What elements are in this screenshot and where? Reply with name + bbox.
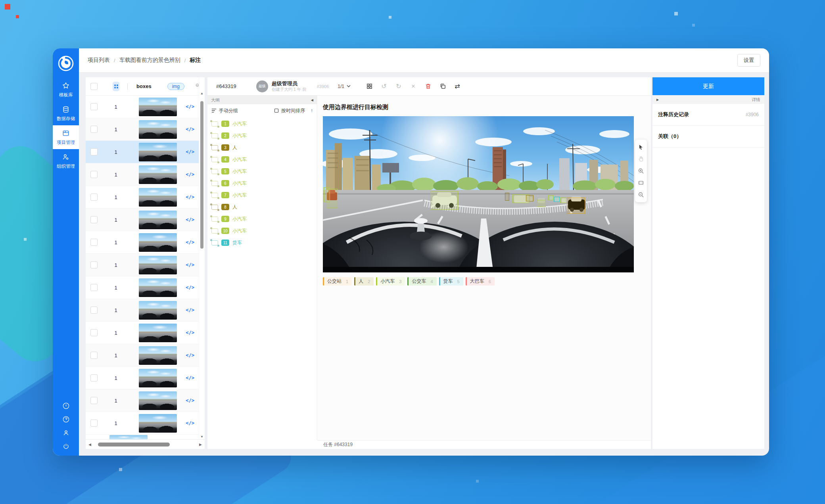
select-all-checkbox[interactable] (90, 83, 98, 90)
thumbnail[interactable] (139, 278, 177, 297)
code-icon[interactable]: </> (186, 217, 194, 222)
annotation-list-item[interactable]: 6 小汽车 (207, 177, 317, 189)
row-checkbox[interactable] (90, 148, 98, 155)
code-icon[interactable]: </> (186, 420, 194, 426)
grid-view-icon[interactable] (113, 82, 119, 91)
bounding-box[interactable] (567, 197, 585, 214)
bounding-box[interactable] (554, 197, 560, 202)
update-button[interactable]: 更新 (652, 77, 764, 95)
annotation-list-item[interactable]: 5 小汽车 (207, 165, 317, 177)
bounding-box[interactable] (560, 197, 566, 203)
pan-hand-icon[interactable] (635, 153, 647, 165)
row-checkbox[interactable] (90, 284, 98, 291)
scroll-right-icon[interactable]: ▶ (198, 443, 203, 447)
label-chip[interactable]: 货车 5 (439, 277, 463, 286)
file-row[interactable]: 1 </> (86, 389, 199, 412)
settings-button[interactable]: 设置 (737, 54, 760, 67)
annotation-list-item[interactable]: 9 小汽车 (207, 213, 317, 225)
scrollbar-track[interactable] (92, 443, 198, 447)
bounding-box[interactable] (430, 191, 458, 210)
user-icon[interactable] (62, 429, 70, 437)
file-row[interactable]: 1 </> (86, 231, 199, 254)
sort-direction-icon[interactable]: ↑ (311, 108, 313, 113)
scroll-up-icon[interactable]: ▲ (199, 92, 205, 95)
row-checkbox[interactable] (90, 307, 98, 314)
file-row[interactable]: 1 </> (86, 163, 199, 186)
row-checkbox[interactable] (90, 352, 98, 359)
label-chip[interactable]: 小汽车 3 (376, 277, 405, 286)
scroll-down-icon[interactable]: ▼ (199, 435, 205, 439)
thumbnail[interactable] (139, 98, 177, 116)
horizontal-scrollbar[interactable]: ◀ ▶ (86, 439, 205, 449)
row-checkbox[interactable] (90, 216, 98, 223)
collapse-right-icon[interactable]: ▶ (656, 98, 659, 102)
file-row[interactable]: 1 </> (86, 141, 199, 163)
sidebar-item-projects[interactable]: 项目管理 (53, 125, 79, 149)
collapse-left-icon[interactable]: ◀ (311, 98, 313, 102)
file-row[interactable]: 1 </> (86, 186, 199, 209)
file-row[interactable]: 1 </> (86, 96, 199, 118)
code-icon[interactable]: </> (186, 375, 194, 381)
thumbnail[interactable] (139, 120, 177, 139)
help-icon[interactable] (62, 416, 70, 423)
annotation-history-row[interactable]: 注释历史记录 #3906 (652, 104, 764, 126)
thumbnail[interactable] (139, 211, 177, 229)
row-checkbox[interactable] (90, 194, 98, 201)
sort-by-control[interactable]: 按时间排序 (274, 107, 305, 114)
row-checkbox[interactable] (90, 261, 98, 268)
annotation-image[interactable] (323, 116, 634, 272)
code-icon[interactable]: </> (186, 285, 194, 290)
label-chip[interactable]: 公交站 1 (323, 277, 352, 286)
bounding-box[interactable] (526, 195, 533, 201)
row-checkbox[interactable] (90, 397, 98, 404)
copy-icon[interactable] (438, 82, 447, 91)
file-row[interactable]: 1 </> (86, 322, 199, 344)
label-chip[interactable]: 大巴车 6 (466, 277, 495, 286)
thumbnail[interactable] (139, 143, 177, 161)
sidebar-item-organization[interactable]: 组织管理 (53, 149, 79, 173)
scrollbar-thumb[interactable] (98, 443, 170, 447)
code-icon[interactable]: </> (186, 262, 194, 268)
file-row[interactable]: 1 </> (86, 299, 199, 322)
annotation-list-item[interactable]: 11 货车 (207, 237, 317, 249)
row-checkbox[interactable] (90, 103, 98, 110)
thumbnail[interactable] (139, 414, 177, 433)
file-row[interactable]: 1 </> (86, 367, 199, 389)
annotation-list-item[interactable]: 4 小汽车 (207, 153, 317, 165)
thumbnail[interactable] (139, 301, 177, 320)
grid-view-icon[interactable] (365, 82, 374, 91)
file-row[interactable]: 1 </> (86, 412, 199, 435)
swap-icon[interactable]: ⇄ (453, 82, 462, 91)
thumbnail[interactable] (139, 369, 177, 387)
row-checkbox[interactable] (90, 374, 98, 381)
label-chip[interactable]: 公交车 4 (407, 277, 436, 286)
annotation-list-item[interactable]: 10 小汽车 (207, 225, 317, 237)
bounding-box[interactable] (537, 200, 546, 207)
row-checkbox[interactable] (90, 239, 98, 246)
file-row[interactable]: 1 </> (86, 118, 199, 141)
row-checkbox[interactable] (90, 329, 98, 336)
vertical-scrollbar[interactable]: ▲ ▼ (199, 77, 205, 439)
thumbnail[interactable] (139, 233, 177, 252)
file-row[interactable]: 1 </> (86, 344, 199, 367)
thumbnail[interactable] (139, 165, 177, 184)
annotation-list-item[interactable]: 2 小汽车 (207, 130, 317, 142)
scrollbar-thumb[interactable] (200, 101, 203, 249)
annotation-pager[interactable]: 1/1 (338, 84, 351, 89)
delete-icon[interactable] (424, 82, 432, 91)
bounding-box[interactable] (548, 195, 553, 200)
code-icon[interactable]: </> (186, 240, 194, 245)
code-icon[interactable]: </> (186, 126, 194, 132)
file-row[interactable]: 1 </> (86, 276, 199, 299)
thumbnail[interactable] (139, 256, 177, 274)
thumbnail[interactable] (139, 346, 177, 365)
scroll-left-icon[interactable]: ◀ (87, 443, 92, 447)
zoom-out-icon[interactable] (635, 189, 647, 201)
label-chip[interactable]: 人 2 (354, 277, 374, 286)
type-badge[interactable]: img (167, 83, 184, 90)
annotation-list-item[interactable]: 7 小汽车 (207, 189, 317, 201)
code-icon[interactable]: </> (186, 149, 194, 155)
code-icon[interactable]: </> (186, 194, 194, 200)
bounding-box[interactable] (326, 189, 338, 208)
power-icon[interactable] (62, 443, 70, 450)
